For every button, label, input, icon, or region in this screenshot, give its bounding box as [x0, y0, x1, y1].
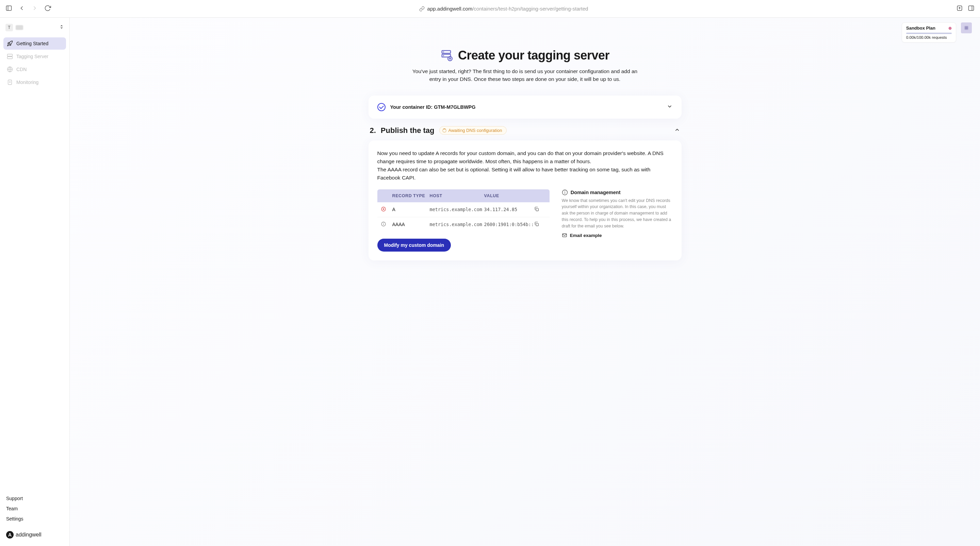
main-content: Sandbox Plan ⊕ 0.00k/100.00k requests Cr… [70, 17, 980, 546]
modify-domain-button[interactable]: Modify my custom domain [377, 239, 451, 252]
clipboard-icon [7, 79, 13, 85]
step-desc-1: Now you need to update A records for you… [377, 150, 663, 164]
sidebar-item-label: Monitoring [16, 79, 38, 85]
info-icon [381, 221, 392, 228]
url-host: app.addingwell.com [427, 6, 473, 11]
plan-name: Sandbox Plan [906, 25, 935, 30]
status-text: Awaiting DNS configuration [449, 128, 502, 133]
url-bar[interactable]: app.addingwell.com/containers/test-h2pn/… [55, 6, 952, 11]
server-icon [7, 53, 13, 59]
col-header-host: HOST [430, 194, 484, 198]
sidebar: T Getting Started Tagging Server CDN Mon… [0, 17, 70, 546]
spinner-icon [442, 129, 447, 133]
info-text: We know that sometimes you can't edit yo… [562, 197, 673, 230]
copy-button[interactable] [534, 206, 546, 213]
dns-records-table: RECORD TYPE HOST VALUE A metrics.example… [377, 189, 550, 232]
svg-rect-23 [536, 208, 538, 211]
sidebar-item-label: CDN [16, 67, 27, 72]
step-container-id[interactable]: Your container ID: GTM-M7GLBWPG [369, 95, 682, 119]
record-type: AAAA [392, 222, 430, 227]
email-example-label: Email example [570, 233, 602, 238]
globe-icon [7, 66, 13, 72]
plan-widget[interactable]: Sandbox Plan ⊕ 0.00k/100.00k requests [902, 22, 956, 43]
svg-rect-27 [536, 223, 538, 226]
usage-bar [906, 33, 952, 34]
container-id-label: Your container ID: GTM-M7GLBWPG [390, 105, 476, 110]
step-title: Publish the tag [381, 126, 434, 135]
info-title: Domain management [571, 190, 620, 195]
check-circle-icon [377, 103, 385, 111]
project-switcher[interactable]: T [3, 22, 66, 33]
page-title: Create your tagging server [458, 48, 609, 63]
record-host: metrics.example.com [430, 222, 484, 227]
server-hero-icon [440, 49, 453, 62]
svg-rect-6 [8, 54, 13, 56]
share-icon[interactable] [956, 5, 963, 13]
step-number: 2. [370, 126, 376, 135]
table-row: AAAA metrics.example.com 2600:1901:0:b54… [377, 217, 550, 232]
brand-logo: A addingwell [6, 531, 63, 538]
email-example-link[interactable]: Email example [562, 233, 673, 238]
svg-rect-4 [969, 6, 974, 10]
info-icon [562, 189, 568, 195]
record-value: 2600:1901:0:b54b:: [484, 222, 534, 227]
chevron-down-icon [667, 103, 673, 111]
settings-link[interactable]: Settings [6, 516, 63, 522]
sidebar-item-label: Getting Started [16, 41, 48, 46]
forward-icon [31, 5, 38, 13]
step-desc-2: The AAAA record can also be set but is o… [377, 167, 651, 181]
upgrade-icon[interactable]: ⊕ [948, 26, 952, 30]
url-path: /containers/test-h2pn/tagging-server/get… [472, 6, 588, 11]
record-type: A [392, 207, 430, 212]
col-header-type: RECORD TYPE [392, 194, 430, 198]
step-publish-header[interactable]: 2. Publish the tag Awaiting DNS configur… [369, 126, 682, 140]
record-value: 34.117.24.85 [484, 207, 534, 212]
brand-mark-icon: A [6, 531, 14, 538]
col-header-value: VALUE [484, 194, 534, 198]
tabs-icon[interactable] [968, 5, 975, 13]
error-icon [381, 206, 392, 213]
project-name-redacted [16, 25, 23, 30]
back-icon[interactable] [18, 5, 25, 13]
chevron-up-icon [674, 127, 680, 134]
sidebar-item-tagging-server[interactable]: Tagging Server [3, 50, 66, 63]
status-badge: Awaiting DNS configuration [439, 126, 507, 135]
sidebar-toggle-icon[interactable] [5, 5, 12, 13]
sidebar-item-monitoring[interactable]: Monitoring [3, 76, 66, 88]
sidebar-item-cdn[interactable]: CDN [3, 63, 66, 76]
browser-toolbar: app.addingwell.com/containers/test-h2pn/… [0, 0, 980, 17]
table-row: A metrics.example.com 34.117.24.85 [377, 202, 550, 217]
svg-rect-10 [8, 80, 12, 85]
chevron-updown-icon [59, 24, 64, 30]
team-link[interactable]: Team [6, 506, 63, 511]
domain-management-info: Domain management We know that sometimes… [562, 189, 673, 252]
svg-rect-7 [8, 57, 13, 59]
copy-button[interactable] [534, 221, 546, 228]
record-host: metrics.example.com [430, 207, 484, 212]
sidebar-item-label: Tagging Server [16, 54, 48, 59]
sidebar-item-getting-started[interactable]: Getting Started [3, 37, 66, 50]
rocket-icon [7, 40, 13, 46]
reload-icon[interactable] [44, 5, 51, 13]
avatar[interactable] [961, 22, 972, 33]
project-initial: T [5, 24, 13, 31]
page-subtitle: You've just started, right? The first th… [409, 67, 641, 83]
support-link[interactable]: Support [6, 496, 63, 501]
brand-name: addingwell [16, 532, 41, 538]
plan-usage: 0.00k/100.00k requests [906, 35, 952, 40]
svg-rect-0 [6, 6, 11, 10]
mail-icon [562, 233, 567, 238]
step-publish-body: Now you need to update A records for you… [369, 140, 682, 260]
